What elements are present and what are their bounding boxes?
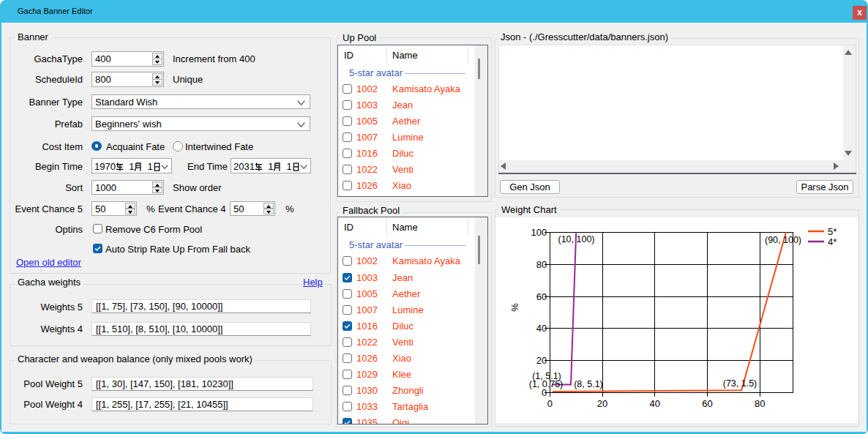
svg-text:%: % xyxy=(509,303,520,312)
svg-text:(8, 5.1): (8, 5.1) xyxy=(574,379,603,389)
svg-text:20: 20 xyxy=(536,355,547,366)
svg-text:40: 40 xyxy=(536,323,547,334)
svg-text:80: 80 xyxy=(536,259,547,270)
svg-text:20: 20 xyxy=(597,398,607,409)
svg-text:40: 40 xyxy=(649,398,659,409)
svg-text:5*: 5* xyxy=(828,226,837,237)
svg-text:(73, 1.5): (73, 1.5) xyxy=(723,378,757,389)
svg-text:100: 100 xyxy=(531,227,547,238)
svg-text:80: 80 xyxy=(755,398,765,409)
svg-text:4*: 4* xyxy=(828,236,837,247)
svg-text:60: 60 xyxy=(702,398,712,409)
svg-text:0: 0 xyxy=(547,398,553,409)
svg-text:(10, 100): (10, 100) xyxy=(558,234,594,244)
svg-text:60: 60 xyxy=(536,291,547,302)
svg-text:(1, 0.75): (1, 0.75) xyxy=(529,379,564,389)
svg-text:(90, 100): (90, 100) xyxy=(765,235,801,245)
